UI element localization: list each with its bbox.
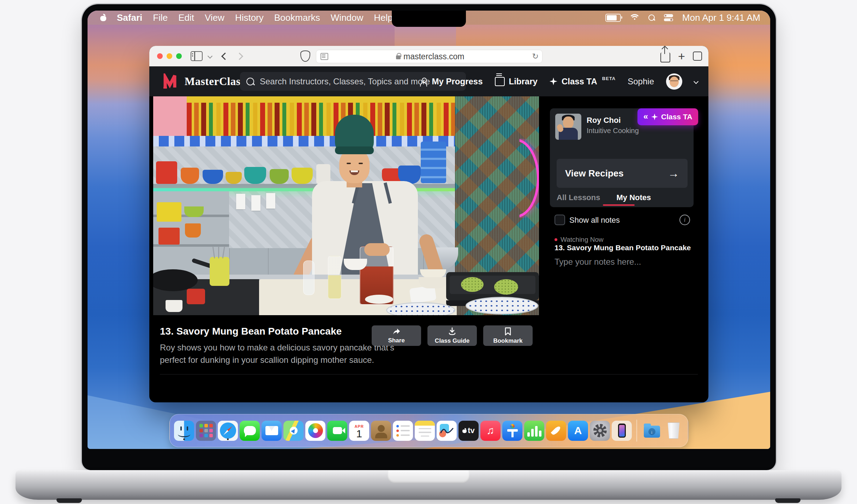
dock-messages-icon[interactable] xyxy=(240,421,260,441)
nav-my-progress[interactable]: My Progress xyxy=(420,77,483,86)
nav-class-ta[interactable]: + Class TA BETA xyxy=(550,77,616,86)
plate xyxy=(466,297,538,314)
dock-facetime-icon[interactable] xyxy=(327,421,347,441)
bookmark-lesson-button[interactable]: Bookmark xyxy=(483,325,533,346)
user-name[interactable]: Sophie xyxy=(628,77,654,86)
content-divider xyxy=(160,374,698,374)
finder-running-indicator xyxy=(183,438,185,440)
dock-contacts-icon[interactable] xyxy=(371,421,391,441)
class-ta-button[interactable]: « + Class TA xyxy=(637,108,698,125)
dock-pages-icon[interactable] xyxy=(546,421,566,441)
dock-appstore-icon[interactable]: A xyxy=(568,421,588,441)
rubber-foot xyxy=(56,498,82,503)
dock-launchpad-icon[interactable] xyxy=(196,421,216,441)
panel-tabs: All Lessons My Notes xyxy=(557,193,651,202)
instructor-name: Roy Choi xyxy=(587,116,621,125)
reload-icon[interactable]: ↻ xyxy=(532,52,539,61)
instructor-face xyxy=(339,149,370,183)
sparkle-icon: + xyxy=(550,78,557,85)
dock-finder-icon[interactable] xyxy=(174,421,194,441)
dock-trash-icon[interactable] xyxy=(664,421,684,441)
collapse-chevrons-icon[interactable]: « xyxy=(643,112,648,121)
dock-divider xyxy=(636,420,637,442)
dock-keynote-icon[interactable] xyxy=(502,421,522,441)
dock-iphone-mirroring-icon[interactable] xyxy=(612,421,632,441)
dock-appletv-icon[interactable]: tv xyxy=(459,421,479,441)
download-icon xyxy=(448,327,456,336)
masterclass-logo-mark xyxy=(162,73,180,90)
zoom-window-button[interactable] xyxy=(176,53,182,59)
privacy-shield-icon[interactable] xyxy=(300,50,310,62)
show-all-notes-checkbox[interactable] xyxy=(555,215,565,225)
lid-groove xyxy=(388,470,469,483)
dock-settings-icon[interactable] xyxy=(590,421,610,441)
menu-view[interactable]: View xyxy=(205,12,224,23)
desktop-screenshot: Safari File Edit View History Bookmarks … xyxy=(0,0,857,504)
menu-help[interactable]: Help xyxy=(374,12,392,23)
lesson-title: 13. Savory Mung Bean Potato Pancake xyxy=(160,326,342,337)
dock-freeform-icon[interactable] xyxy=(437,421,457,441)
view-recipes-button[interactable]: View Recipes → xyxy=(557,159,688,188)
menu-window[interactable]: Window xyxy=(331,12,363,23)
sidebar-chevron-icon[interactable] xyxy=(208,54,212,58)
instructor-thumbnail[interactable] xyxy=(555,114,581,140)
class-guide-button[interactable]: Class Guide xyxy=(427,325,477,346)
info-icon[interactable]: i xyxy=(679,215,690,225)
beta-badge: BETA xyxy=(602,76,616,81)
safari-toolbar: masterclass.com ↻ + xyxy=(149,46,708,67)
minimize-window-button[interactable] xyxy=(167,53,172,59)
dock-music-icon[interactable]: ♫ xyxy=(480,421,501,441)
share-lesson-button[interactable]: Share xyxy=(372,325,421,346)
close-window-button[interactable] xyxy=(157,53,163,59)
new-tab-button[interactable]: + xyxy=(678,50,685,62)
control-center-icon[interactable] xyxy=(664,14,673,21)
tab-overview-button[interactable] xyxy=(693,52,702,61)
bookmark-icon xyxy=(504,327,511,336)
person-icon xyxy=(420,78,427,85)
forward-button[interactable] xyxy=(237,54,242,59)
dock-reminders-icon[interactable] xyxy=(393,421,413,441)
dock-mail-icon[interactable] xyxy=(262,421,282,441)
dock-downloads-icon[interactable]: ↓ xyxy=(642,421,662,441)
sidebar-toggle-button[interactable] xyxy=(191,51,203,61)
search-icon xyxy=(246,78,254,85)
display-notch xyxy=(392,11,466,27)
account-chevron-down-icon[interactable] xyxy=(694,80,698,83)
share-button[interactable] xyxy=(660,50,670,62)
address-bar[interactable]: masterclass.com ↻ xyxy=(316,50,543,63)
avatar[interactable] xyxy=(666,73,682,90)
show-all-notes-label: Show all notes xyxy=(569,216,620,225)
reader-icon[interactable] xyxy=(320,53,328,60)
back-button[interactable] xyxy=(222,54,228,59)
nav-library[interactable]: Library xyxy=(495,77,538,86)
masterclass-logo[interactable]: MasterClass xyxy=(162,73,245,90)
battery-icon[interactable] xyxy=(605,14,621,22)
dock-maps-icon[interactable] xyxy=(283,421,304,441)
share-arrow-icon xyxy=(392,328,401,335)
menu-history[interactable]: History xyxy=(235,12,264,23)
dock-calendar-icon[interactable]: APR 1 xyxy=(349,421,369,441)
notes-input[interactable]: Type your notes here... xyxy=(555,257,641,267)
pancake xyxy=(461,277,484,292)
video-player[interactable] xyxy=(153,96,539,315)
dock: APR 1 tv ♫ xyxy=(169,414,688,447)
menu-file[interactable]: File xyxy=(153,12,168,23)
library-icon xyxy=(495,77,505,86)
wifi-icon[interactable] xyxy=(630,14,639,21)
sparkle-icon: + xyxy=(651,114,658,120)
menu-bar-clock[interactable]: Mon Apr 1 9:41 AM xyxy=(682,12,760,23)
brand-name: MasterClass xyxy=(185,75,245,88)
menu-bookmarks[interactable]: Bookmarks xyxy=(274,12,320,23)
dock-numbers-icon[interactable] xyxy=(524,421,544,441)
shelf-of-bottles xyxy=(187,96,455,137)
menu-edit[interactable]: Edit xyxy=(178,12,194,23)
tab-all-lessons[interactable]: All Lessons xyxy=(557,193,600,202)
dock-photos-icon[interactable] xyxy=(305,421,325,441)
dock-notes-icon[interactable] xyxy=(415,421,435,441)
spotlight-icon[interactable] xyxy=(648,14,655,21)
tab-my-notes[interactable]: My Notes xyxy=(616,193,651,202)
menu-safari[interactable]: Safari xyxy=(117,12,142,23)
dock-safari-icon[interactable] xyxy=(218,421,238,441)
apple-menu-icon[interactable] xyxy=(100,14,106,21)
rubber-foot xyxy=(775,498,801,503)
